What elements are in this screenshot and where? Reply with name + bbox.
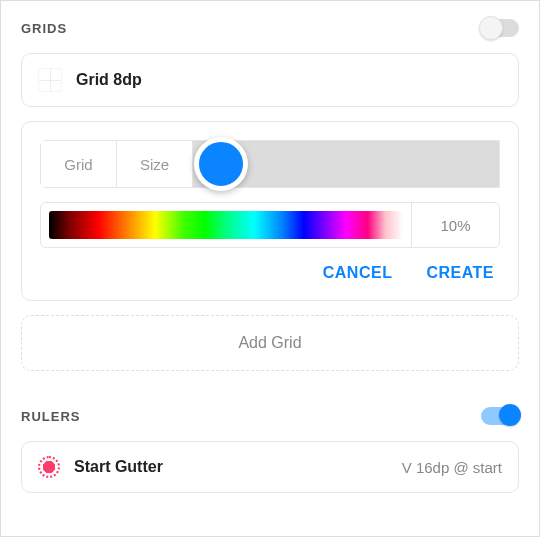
grid-editor: Grid Size 10% CANCEL CREATE <box>21 121 519 301</box>
editor-actions: CANCEL CREATE <box>40 264 500 282</box>
settings-panel: GRIDS Grid 8dp Grid Size 10% CANCEL CREA… <box>0 0 540 537</box>
rulers-title: RULERS <box>21 409 80 424</box>
grids-toggle[interactable] <box>481 19 519 37</box>
ruler-item-meta: V 16dp @ start <box>402 459 502 476</box>
rulers-toggle[interactable] <box>481 407 519 425</box>
color-track[interactable] <box>193 141 499 187</box>
rulers-section-header: RULERS <box>1 389 539 435</box>
ruler-icon <box>38 456 60 478</box>
add-grid-label: Add Grid <box>238 334 301 352</box>
ruler-item-name: Start Gutter <box>74 458 163 476</box>
create-button[interactable]: CREATE <box>426 264 494 282</box>
tab-size[interactable]: Size <box>117 141 193 187</box>
grid-editor-topbar: Grid Size <box>40 140 500 188</box>
grids-title: GRIDS <box>21 21 67 36</box>
grid-item-card[interactable]: Grid 8dp <box>21 53 519 107</box>
color-thumb[interactable] <box>194 137 248 191</box>
opacity-value[interactable]: 10% <box>411 203 499 247</box>
add-grid-button[interactable]: Add Grid <box>21 315 519 371</box>
grids-section-header: GRIDS <box>1 1 539 47</box>
cancel-button[interactable]: CANCEL <box>323 264 393 282</box>
spectrum-row: 10% <box>40 202 500 248</box>
grid-item-name: Grid 8dp <box>76 71 142 89</box>
tab-grid[interactable]: Grid <box>41 141 117 187</box>
hue-spectrum[interactable] <box>49 211 403 239</box>
ruler-item-card[interactable]: Start Gutter V 16dp @ start <box>21 441 519 493</box>
grid-icon <box>38 68 62 92</box>
